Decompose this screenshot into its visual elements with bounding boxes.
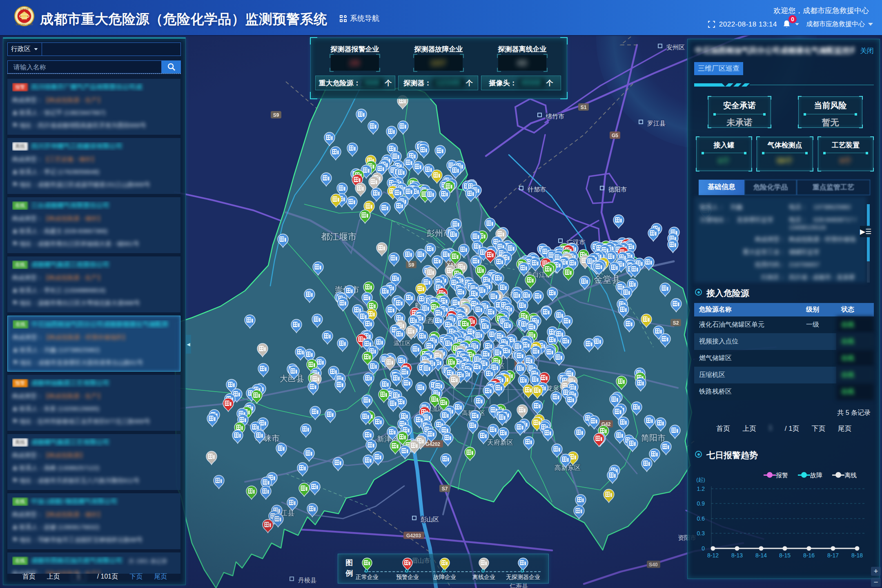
svg-text:故障: 故障 (810, 472, 822, 479)
svg-text:8-14: 8-14 (755, 552, 767, 559)
svg-text:报警: 报警 (776, 472, 788, 479)
svg-text:0: 0 (702, 545, 705, 552)
svg-text:8-13: 8-13 (731, 552, 743, 559)
svg-text:(起): (起) (696, 477, 705, 483)
svg-text:1.2: 1.2 (697, 486, 705, 492)
svg-text:8-12: 8-12 (707, 552, 719, 559)
svg-text:8-18: 8-18 (851, 552, 863, 559)
svg-text:应急管理: 应急管理 (20, 8, 29, 11)
svg-text:8-16: 8-16 (803, 552, 815, 559)
svg-text:0.6: 0.6 (697, 515, 705, 522)
svg-text:8-17: 8-17 (827, 552, 839, 559)
svg-text:0.3: 0.3 (697, 530, 705, 537)
svg-text:EMERGENCY MGMT: EMERGENCY MGMT (16, 24, 33, 26)
svg-text:0.9: 0.9 (697, 500, 705, 507)
svg-text:离线: 离线 (844, 472, 857, 479)
svg-text:8-15: 8-15 (779, 552, 791, 559)
